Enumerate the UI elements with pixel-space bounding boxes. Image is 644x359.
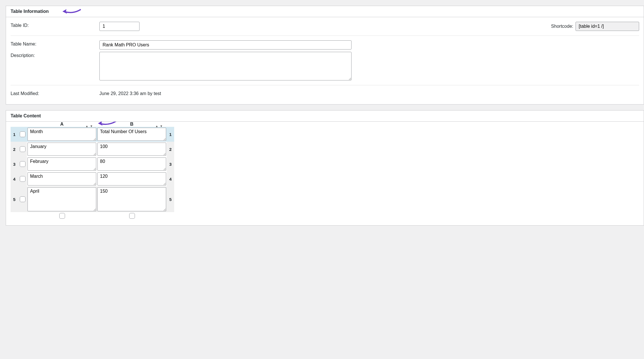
row-table-name: Table Name: [11,36,639,51]
data-cell [97,171,167,186]
description-label: Description: [11,52,99,58]
cell-textarea[interactable] [28,172,96,186]
sort-asc-icon[interactable]: ▲ [155,125,159,128]
column-label: B [130,122,133,127]
row-last-modified: Last Modified: June 29, 2022 3:36 am by … [11,85,639,101]
shortcode-group: Shortcode: [551,22,639,31]
row-number-right[interactable]: 4 [167,171,174,186]
row-select-cell [18,171,27,186]
cell-textarea[interactable] [97,128,166,141]
row-number-left[interactable]: 1 [11,127,18,142]
table-information-title: Table Information [6,6,644,17]
row-number-left[interactable]: 3 [11,157,18,171]
cell-textarea[interactable] [97,157,166,171]
row-number-left[interactable]: 4 [11,171,18,186]
row-select-cell [18,157,27,171]
column-header-A[interactable]: A ▲▼ [27,122,97,127]
sort-controls-B[interactable]: ▲▼ [155,125,164,128]
select-column-B-checkbox[interactable] [129,213,135,219]
content-grid: A ▲▼ B ▲▼ 1122334455 [11,122,174,220]
select-row-checkbox[interactable] [20,176,25,182]
row-number-right[interactable]: 2 [167,142,174,157]
select-row-checkbox[interactable] [20,196,25,202]
last-modified-label: Last Modified: [11,90,99,96]
cell-textarea[interactable] [28,128,96,141]
row-number-right[interactable]: 5 [167,186,174,212]
sort-desc-icon[interactable]: ▼ [89,125,94,128]
description-textarea[interactable] [99,52,352,80]
sort-asc-icon[interactable]: ▲ [85,125,89,128]
row-table-id: Table ID: Shortcode: [11,17,639,36]
row-number-left[interactable]: 2 [11,142,18,157]
table-id-label: Table ID: [11,22,99,28]
data-cell [27,171,97,186]
data-cell [97,127,167,142]
sort-controls-A[interactable]: ▲▼ [85,125,94,128]
sort-desc-icon[interactable]: ▼ [159,125,164,128]
table-name-input[interactable] [99,40,352,50]
data-cell [27,127,97,142]
column-select-row [11,212,174,220]
shortcode-label: Shortcode: [551,24,573,29]
table-name-label: Table Name: [11,40,99,47]
table-row: 33 [11,157,174,171]
column-header-B[interactable]: B ▲▼ [97,122,167,127]
cell-textarea[interactable] [28,157,96,171]
panel-title-text: Table Content [11,113,41,118]
panel-title-text: Table Information [11,9,49,14]
table-row: 44 [11,171,174,186]
row-number-left[interactable]: 5 [11,186,18,212]
data-cell [27,186,97,212]
table-content-title: Table Content [6,111,644,122]
column-label: A [60,122,64,127]
table-row: 22 [11,142,174,157]
column-header-row: A ▲▼ B ▲▼ [11,122,174,127]
data-cell [27,142,97,157]
table-information-panel: Table Information Table ID: Shortcode: T… [6,6,644,104]
data-cell [97,142,167,157]
row-description: Description: [11,51,639,85]
data-cell [27,157,97,171]
table-information-body: Table ID: Shortcode: Table Name: Descrip… [6,17,644,104]
row-select-cell [18,186,27,212]
table-content-panel: Table Content A ▲▼ B ▲▼ [6,110,644,226]
cell-textarea[interactable] [97,143,166,156]
table-row: 55 [11,186,174,212]
select-row-checkbox[interactable] [20,161,25,167]
data-cell [97,157,167,171]
select-row-checkbox[interactable] [20,146,25,152]
table-row: 11 [11,127,174,142]
cell-textarea[interactable] [97,187,166,211]
table-id-input[interactable] [99,22,140,31]
row-select-cell [18,142,27,157]
shortcode-output[interactable] [576,22,639,31]
cell-textarea[interactable] [28,187,96,211]
annotation-arrow-icon [62,8,81,15]
last-modified-value: June 29, 2022 3:36 am by test [99,90,161,96]
table-content-body: A ▲▼ B ▲▼ 1122334455 [6,122,644,225]
row-number-right[interactable]: 3 [167,157,174,171]
select-row-checkbox[interactable] [20,131,25,137]
data-cell [97,186,167,212]
cell-textarea[interactable] [97,172,166,186]
select-column-A-checkbox[interactable] [59,213,65,219]
row-select-cell [18,127,27,142]
cell-textarea[interactable] [28,143,96,156]
row-number-right[interactable]: 1 [167,127,174,142]
